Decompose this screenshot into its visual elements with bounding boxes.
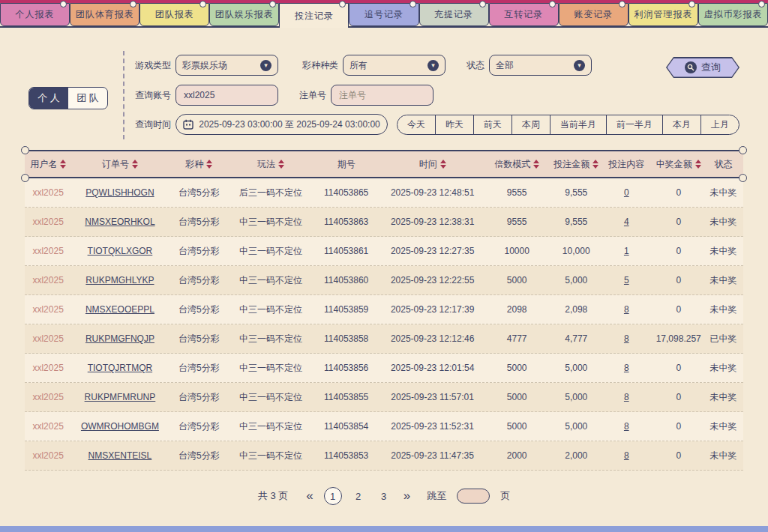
order_no-link[interactable]: NMSXEOOEPPL [86, 304, 154, 315]
cell-order_no[interactable]: TIOTQKLXGOR [71, 246, 168, 256]
page-number-1[interactable]: 1 [324, 487, 342, 505]
cell-lottery: 台湾5分彩 [169, 274, 230, 287]
cell-order_no[interactable]: RUKPMGFNQJP [71, 333, 168, 344]
scope-personal-button[interactable]: 个 人 [29, 88, 68, 109]
column-header-bet_amount[interactable]: 投注金额 [549, 158, 603, 171]
tab-7[interactable]: 充提记录 [419, 3, 489, 26]
account-input[interactable] [176, 85, 278, 106]
column-header-play[interactable]: 玩法 [230, 158, 312, 171]
order_no-link[interactable]: NMSXENTEISL [88, 450, 152, 461]
cell-win_amount: 0 [650, 363, 707, 373]
column-header-win_amount[interactable]: 中奖金额 [650, 158, 707, 171]
sort-arrows-icon [533, 160, 539, 169]
cell-bet_content[interactable]: 0 [603, 187, 650, 198]
cell-order_no[interactable]: OWMROHOMBGM [71, 421, 168, 432]
tab-10[interactable]: 利润管理报表 [628, 3, 698, 26]
cell-order_no[interactable]: NMSXENTEISL [71, 450, 168, 461]
order_no-link[interactable]: TIOTQKLXGOR [88, 246, 153, 256]
bet_content-link[interactable]: 8 [624, 421, 629, 432]
sort-arrows-icon [60, 160, 66, 169]
tab-hole-icon [339, 1, 346, 7]
date-shortcut-button-5[interactable]: 当前半月 [550, 115, 607, 134]
bet_content-link[interactable]: 1 [624, 246, 629, 256]
column-header-order_no[interactable]: 订单号 [71, 158, 168, 171]
tab-3[interactable]: 团队报表 [140, 3, 209, 26]
page-number-3[interactable]: 3 [375, 487, 393, 505]
date-shortcut-button-8[interactable]: 上月 [701, 115, 739, 134]
bet_content-link[interactable]: 4 [624, 217, 629, 227]
lottery-category-select[interactable]: 所有 ▾ [343, 55, 446, 76]
order_no-link[interactable]: RUKPMFMRUNP [85, 392, 156, 402]
order_no-link[interactable]: OWMROHOMBGM [81, 421, 159, 432]
order_no-link[interactable]: TIOTQJRTMQR [88, 363, 152, 373]
cell-bet_amount: 4,777 [549, 333, 603, 344]
date-shortcut-button-2[interactable]: 昨天 [436, 115, 474, 134]
scope-toggle: 个 人 团 队 [28, 87, 108, 109]
cell-username: xxl2025 [25, 333, 71, 344]
page-unit-label: 页 [500, 489, 510, 503]
cell-issue: 114053856 [312, 363, 380, 373]
bet_content-link[interactable]: 0 [624, 187, 629, 198]
tab-4[interactable]: 团队娱乐报表 [209, 3, 279, 26]
cell-bet_content[interactable]: 8 [603, 421, 650, 432]
status-select[interactable]: 全部 ▾ [489, 55, 592, 76]
bet_content-link[interactable]: 8 [624, 392, 629, 402]
cell-order_no[interactable]: RUKPMGHLYKP [71, 275, 168, 285]
tab-1[interactable]: 个人报表 [0, 3, 70, 26]
tab-2[interactable]: 团队体育报表 [70, 3, 140, 26]
next-page-icon[interactable]: » [404, 489, 410, 504]
order_no-link[interactable]: PQWLISHHOGN [86, 187, 154, 198]
cell-bet_content[interactable]: 8 [603, 304, 650, 315]
tab-11[interactable]: 虚拟币彩报表 [698, 3, 768, 26]
cell-time: 2025-09-23 12:48:51 [380, 187, 484, 198]
column-header-lottery[interactable]: 彩种 [169, 158, 230, 171]
cell-bet_content[interactable]: 5 [603, 275, 650, 285]
date-range-picker[interactable]: 2025-09-23 03:00:00 至 2025-09-24 03:00:0… [176, 114, 388, 135]
prev-page-icon[interactable]: « [306, 489, 313, 504]
sort-arrows-icon [132, 160, 138, 169]
cell-order_no[interactable]: NMSXEOOEPPL [71, 304, 168, 315]
date-shortcut-button-4[interactable]: 本周 [512, 115, 550, 134]
cell-order_no[interactable]: RUKPMFMRUNP [71, 392, 168, 402]
tab-label: 团队报表 [155, 8, 194, 21]
game-type-select[interactable]: 彩票娱乐场 ▾ [176, 55, 278, 76]
tab-hole-icon [688, 1, 695, 7]
filter-row-1: 游戏类型 彩票娱乐场 ▾ 彩种种类 所有 ▾ 状态 全部 ▾ [135, 55, 592, 76]
cell-username: xxl2025 [25, 363, 71, 373]
order_no-link[interactable]: NMSXEORHKOL [85, 217, 154, 227]
cell-bet_content[interactable]: 1 [603, 246, 650, 256]
cell-bet_content[interactable]: 4 [603, 217, 650, 227]
date-shortcut-button-7[interactable]: 本月 [663, 115, 701, 134]
date-shortcut-button-1[interactable]: 今天 [398, 115, 436, 134]
cell-order_no[interactable]: PQWLISHHOGN [71, 187, 168, 198]
page-number-2[interactable]: 2 [350, 487, 368, 505]
bet_content-link[interactable]: 8 [624, 333, 629, 344]
cell-bet_content[interactable]: 8 [603, 392, 650, 402]
order_no-link[interactable]: RUKPMGHLYKP [86, 275, 154, 285]
account-label: 查询账号 [135, 89, 171, 102]
cell-bet_content[interactable]: 8 [603, 333, 650, 344]
date-shortcut-button-6[interactable]: 前一半月 [607, 115, 663, 134]
scope-team-button[interactable]: 团 队 [68, 88, 107, 109]
tab-8[interactable]: 互转记录 [489, 3, 559, 26]
jump-page-input[interactable] [457, 489, 490, 504]
bet_content-link[interactable]: 8 [624, 450, 629, 461]
date-shortcut-button-3[interactable]: 前天 [474, 115, 512, 134]
column-header-multiplier[interactable]: 倍数模式 [484, 158, 549, 171]
cell-order_no[interactable]: NMSXEORHKOL [71, 217, 168, 227]
tab-9[interactable]: 账变记录 [559, 3, 628, 26]
order_no-link[interactable]: RUKPMGFNQJP [86, 333, 154, 344]
tab-5[interactable]: 投注记录 [279, 3, 349, 28]
cell-bet_content[interactable]: 8 [603, 363, 650, 373]
column-header-username[interactable]: 用户名 [25, 158, 71, 171]
cell-order_no[interactable]: TIOTQJRTMQR [71, 363, 168, 373]
bet_content-link[interactable]: 8 [624, 363, 629, 373]
bet_content-link[interactable]: 8 [624, 304, 629, 315]
search-button[interactable]: 查询 [666, 57, 740, 78]
order-no-input[interactable] [331, 85, 434, 106]
bet_content-link[interactable]: 5 [624, 275, 629, 285]
cell-win_amount: 0 [650, 217, 707, 227]
tab-6[interactable]: 追号记录 [349, 3, 418, 26]
column-header-time[interactable]: 时间 [380, 158, 484, 171]
cell-bet_content[interactable]: 8 [603, 450, 650, 461]
